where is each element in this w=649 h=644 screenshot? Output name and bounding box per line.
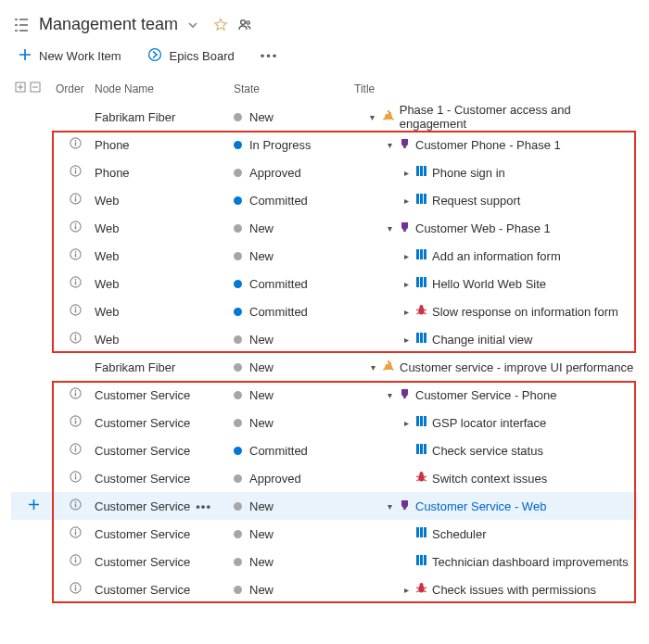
backlog-row[interactable]: Phone In Progress ▾ Customer Phone - Pha…	[11, 131, 638, 158]
info-icon[interactable]	[70, 415, 82, 430]
backlog-row[interactable]: Customer Service Committed Check service…	[11, 436, 638, 464]
backlog-row[interactable]: Web Committed ▸ Hello World Web Site	[11, 270, 638, 297]
info-icon[interactable]	[70, 499, 82, 513]
svg-point-22	[74, 168, 76, 170]
work-item-title[interactable]: Hello World Web Site	[432, 277, 546, 291]
backlog-row[interactable]: Customer Service Approved Switch context…	[11, 464, 638, 492]
state-text: New	[249, 555, 274, 569]
collapse-all-icon[interactable]	[30, 82, 41, 95]
expand-chevron[interactable]: ▸	[401, 168, 411, 178]
expand-chevron[interactable]: ▸	[401, 335, 411, 345]
backlog-row[interactable]: Web New ▸ Add an information form	[11, 242, 638, 270]
expand-chevron[interactable]: ▾	[385, 390, 394, 400]
svg-rect-29	[74, 198, 75, 202]
col-title[interactable]: Title	[354, 82, 638, 95]
state-dot	[234, 196, 242, 205]
backlog-row[interactable]: Web Committed ▸ Request support	[11, 186, 638, 214]
info-icon[interactable]	[70, 582, 82, 597]
work-item-title[interactable]: Customer Phone - Phase 1	[415, 138, 561, 152]
info-icon[interactable]	[70, 165, 82, 180]
state-dot	[234, 141, 242, 149]
backlog-row[interactable]: Customer Service New ▸ Check issues with…	[11, 575, 638, 603]
expand-chevron[interactable]: ▸	[401, 585, 411, 595]
svg-rect-30	[416, 194, 419, 204]
work-item-title[interactable]: Scheduler	[432, 527, 487, 541]
expand-all-icon[interactable]	[15, 82, 26, 95]
state-text: Committed	[249, 444, 308, 458]
expand-chevron[interactable]: ▸	[401, 418, 411, 428]
node-name: Customer Service	[95, 472, 190, 486]
work-item-title[interactable]: Slow response on information form	[432, 305, 618, 319]
work-item-type-icon	[399, 387, 411, 402]
state-dot	[234, 586, 242, 594]
info-icon[interactable]	[70, 526, 82, 541]
col-state[interactable]: State	[234, 82, 354, 95]
expand-chevron[interactable]: ▸	[401, 251, 411, 261]
state-text: New	[249, 416, 274, 430]
work-item-type-icon	[415, 248, 427, 263]
new-work-item-button[interactable]: New Work Item	[19, 48, 121, 64]
toolbar-more-button[interactable]: •••	[261, 49, 279, 63]
work-item-title[interactable]: Check issues with permissions	[432, 583, 596, 597]
work-item-title[interactable]: GSP locator interface	[432, 416, 546, 430]
node-name: Web	[95, 249, 120, 263]
work-item-title[interactable]: Customer Service - Web	[415, 499, 546, 513]
epics-board-button[interactable]: Epics Board	[147, 47, 235, 65]
work-item-title[interactable]: Add an information form	[432, 249, 561, 263]
info-icon[interactable]	[70, 276, 82, 291]
team-picker-chevron[interactable]	[187, 19, 198, 31]
row-more-button[interactable]: •••	[196, 499, 211, 513]
info-icon[interactable]	[70, 471, 82, 486]
work-item-title[interactable]: Switch context issues	[432, 472, 547, 486]
backlog-row[interactable]: Customer Service New Scheduler	[11, 520, 638, 548]
backlog-row[interactable]: Customer Service New ▸ GSP locator inter…	[11, 409, 638, 436]
work-item-title[interactable]: Customer Service - Phone	[415, 388, 556, 402]
backlog-row[interactable]: Customer Service New ▾ Customer Service …	[11, 381, 638, 409]
work-item-title[interactable]: Technician dashboard improvements	[432, 555, 629, 569]
backlog-row[interactable]: Fabrikam Fiber New ▾ Customer service - …	[11, 353, 638, 381]
work-item-title[interactable]: Request support	[432, 194, 520, 208]
backlog-row[interactable]: Fabrikam Fiber New ▾ Phase 1 - Customer …	[11, 103, 638, 131]
expand-chevron[interactable]: ▾	[385, 223, 394, 234]
info-icon[interactable]	[70, 221, 82, 235]
backlog-row[interactable]: Web New ▾ Customer Web - Phase 1	[11, 214, 638, 242]
node-name: Fabrikam Fiber	[95, 110, 175, 124]
expand-chevron[interactable]: ▾	[368, 112, 377, 122]
backlog-row[interactable]: Web New ▸ Change initial view	[11, 325, 638, 353]
node-name: Customer Service	[95, 388, 190, 402]
people-icon[interactable]	[237, 18, 252, 32]
expand-chevron[interactable]: ▾	[385, 140, 394, 150]
work-item-title[interactable]: Phase 1 - Customer access and engagement	[400, 103, 638, 131]
info-icon[interactable]	[70, 248, 82, 263]
expand-chevron[interactable]: ▸	[401, 196, 411, 206]
node-name: Web	[95, 333, 120, 347]
expand-chevron[interactable]: ▾	[368, 362, 377, 373]
info-icon[interactable]	[70, 443, 82, 458]
favorite-star-icon[interactable]	[213, 18, 228, 32]
work-item-title[interactable]: Phone sign in	[432, 166, 505, 180]
expand-chevron[interactable]: ▾	[385, 501, 394, 511]
info-icon[interactable]	[70, 387, 82, 402]
backlog-row[interactable]: Web Committed ▸ Slow response on informa…	[11, 297, 638, 325]
work-item-title[interactable]: Change initial view	[432, 333, 532, 347]
arrow-right-circle-icon	[147, 47, 162, 65]
add-child-button[interactable]	[28, 499, 40, 513]
col-order[interactable]: Order	[56, 82, 95, 95]
info-icon[interactable]	[70, 193, 82, 208]
info-icon[interactable]	[70, 332, 82, 347]
svg-rect-85	[74, 476, 75, 480]
backlog-row[interactable]: Customer Service New Technician dashboar…	[11, 548, 638, 575]
info-icon[interactable]	[70, 304, 82, 319]
expand-chevron[interactable]: ▸	[401, 279, 411, 289]
expand-chevron[interactable]: ▸	[401, 307, 411, 317]
info-icon[interactable]	[70, 137, 82, 152]
state-dot	[234, 363, 242, 372]
backlog-row[interactable]: Phone Approved ▸ Phone sign in	[11, 158, 638, 186]
svg-rect-60	[74, 337, 75, 341]
info-icon[interactable]	[70, 554, 82, 569]
work-item-title[interactable]: Check service status	[432, 444, 543, 458]
backlog-row[interactable]: Customer Service ••• New ▾ Customer Serv…	[11, 492, 638, 520]
work-item-title[interactable]: Customer Web - Phase 1	[415, 221, 551, 235]
col-node[interactable]: Node Name	[95, 82, 234, 95]
work-item-title[interactable]: Customer service - improve UI performanc…	[400, 360, 633, 374]
